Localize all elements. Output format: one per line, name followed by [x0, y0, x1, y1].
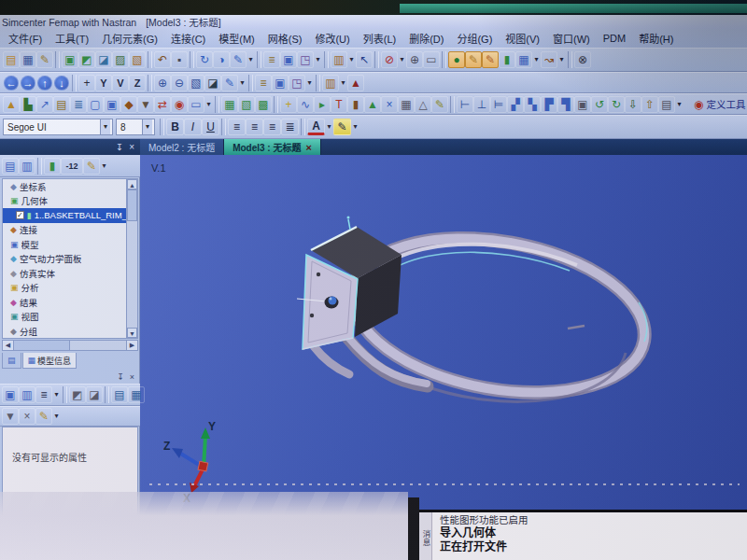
panes-icon[interactable]: ▥ — [331, 51, 347, 68]
menu-view[interactable]: 视图(V) — [499, 29, 546, 48]
tree-item-sim-entities[interactable]: ◆ 仿真实体 — [3, 266, 137, 281]
regen-icon[interactable]: ▤ — [2, 158, 19, 175]
zoom-in-icon[interactable]: ⊕ — [154, 75, 171, 91]
window-icon[interactable]: ▢ — [87, 96, 104, 113]
menu-mesh[interactable]: 网格(S) — [261, 29, 309, 48]
mesh-add-icon[interactable]: ▦ — [221, 96, 238, 113]
find-icon[interactable]: ◉ — [171, 96, 188, 113]
menu-tools[interactable]: 工具(T) — [49, 29, 95, 48]
world-icon[interactable]: ◑ — [213, 51, 230, 68]
database-icon[interactable]: ▮ — [44, 158, 61, 175]
tree-tool-icon[interactable]: ▲ — [364, 96, 381, 113]
mesh-edit-icon[interactable]: ▧ — [238, 96, 255, 113]
view-cube-icon[interactable]: ◳ — [297, 51, 314, 68]
bullet-list-icon[interactable]: ≣ — [281, 119, 299, 135]
menu-model[interactable]: 模型(M) — [212, 29, 261, 48]
toolbar-icon[interactable]: ▾ — [339, 75, 347, 91]
font-color-button[interactable]: A — [307, 119, 325, 135]
tree-item-basketball-rim[interactable]: ✓ ▮ 1..BASKETBALL_RIM_WITHOUTSP — [3, 208, 137, 223]
table-tool-icon[interactable]: ▦ — [398, 96, 415, 113]
zoom-out-icon[interactable]: ⊖ — [171, 75, 188, 91]
workplane-icon[interactable]: ⊕ — [406, 51, 423, 68]
constraint-slide-icon[interactable]: ⊨ — [490, 96, 507, 113]
toolbar-icon[interactable]: ▾ — [305, 75, 314, 91]
font-size-select[interactable]: 8 ▾ — [116, 119, 155, 135]
mesh-draw-icon[interactable]: ▦ — [515, 51, 532, 68]
doc-list-icon[interactable]: ▤ — [658, 96, 675, 113]
globe-cancel-icon[interactable]: ⊗ — [574, 51, 591, 68]
chevron-down-icon[interactable]: ▾ — [325, 119, 333, 135]
brush-icon[interactable]: ✎ — [83, 158, 100, 175]
connector-icon[interactable]: ◆ — [120, 96, 137, 113]
menu-geometry[interactable]: 几何元素(G) — [95, 29, 164, 48]
pin-icon[interactable]: ↧ — [117, 372, 124, 382]
window-new-icon[interactable]: ▣ — [104, 96, 120, 113]
spline-icon[interactable]: ∿ — [297, 96, 314, 113]
menu-group[interactable]: 分组(G) — [450, 29, 499, 48]
swap-icon[interactable]: ⇄ — [154, 96, 171, 113]
toolbar-icon[interactable]: ▾ — [100, 158, 108, 175]
tree-horizontal-scrollbar[interactable]: ◀ ▶ — [2, 340, 138, 351]
copy-info-icon[interactable]: ▣ — [2, 386, 19, 403]
add-view-icon[interactable]: + — [78, 75, 95, 91]
curve-draw-icon[interactable]: ✎ — [465, 51, 482, 68]
scroll-left-icon[interactable]: ◀ — [3, 341, 14, 350]
panel-toggle-icon[interactable]: ▥ — [322, 75, 339, 91]
close-icon[interactable]: × — [129, 142, 134, 152]
prop-grid-icon[interactable]: ▦ — [128, 386, 145, 403]
align-center-icon[interactable]: ≡ — [246, 119, 263, 135]
menu-window[interactable]: 窗口(W) — [546, 29, 597, 48]
undo-icon[interactable]: ↶ — [154, 51, 171, 68]
prev-info-icon[interactable]: ◩ — [69, 386, 86, 403]
digits-icon[interactable]: -12 — [61, 158, 83, 175]
menu-connect[interactable]: 连接(C) — [164, 29, 212, 48]
save-info-icon[interactable]: ▥ — [19, 386, 35, 403]
draw-erase-icon[interactable]: ✎ — [230, 51, 247, 68]
tree-checkbox[interactable]: ✓ — [16, 211, 24, 219]
nav-down-icon[interactable]: ↓ — [54, 76, 69, 91]
toolbox-icon[interactable]: ▼ — [137, 96, 154, 113]
align-left-icon[interactable]: ≡ — [228, 119, 246, 135]
scroll-up-icon[interactable]: ▲ — [127, 179, 137, 189]
menu-delete[interactable]: 删除(D) — [402, 29, 450, 48]
toolbar-icon[interactable]: ▾ — [557, 51, 566, 68]
italic-button[interactable]: I — [184, 119, 202, 135]
report-icon[interactable]: ▤ — [53, 96, 70, 113]
measure-icon[interactable]: △ — [415, 96, 431, 113]
paint-icon[interactable]: ✎ — [431, 96, 448, 113]
beam-icon[interactable]: ▙ — [20, 96, 36, 113]
no-pick-icon[interactable]: ⊘ — [381, 51, 398, 68]
fit-model-icon[interactable]: ◪ — [204, 75, 221, 91]
zoom-window-icon[interactable]: ▧ — [188, 75, 204, 91]
menu-list-icon[interactable]: ≡ — [35, 386, 52, 403]
menu-modify[interactable]: 修改(U) — [308, 29, 356, 48]
win-split-icon[interactable]: ▞ — [507, 96, 524, 113]
menu-file[interactable]: 文件(F) — [2, 29, 49, 48]
tab-close-icon[interactable]: × — [305, 142, 311, 153]
toolbar-icon[interactable]: ▾ — [52, 386, 61, 403]
tab-model3[interactable]: Model3 : 无标题 × — [224, 139, 321, 155]
cycle-ccw-icon[interactable]: ↻ — [608, 96, 625, 113]
mesh-point-icon[interactable]: ▩ — [255, 96, 272, 113]
cube-view-icon[interactable]: ◳ — [289, 75, 305, 91]
constraint-fixed-icon[interactable]: ⊢ — [457, 96, 473, 113]
solid-tool-icon[interactable]: ▮ — [347, 96, 364, 113]
toolbar-icon[interactable]: ▾ — [532, 51, 541, 68]
tab-model2[interactable]: Model2 : 无标题 — [140, 139, 224, 155]
flag-icon[interactable]: ▸ — [314, 96, 331, 113]
chevron-down-icon[interactable]: ▾ — [100, 119, 110, 134]
picture-copy-icon[interactable]: ▧ — [129, 51, 146, 68]
nav-prev-icon[interactable]: ← — [4, 76, 19, 91]
next-info-icon[interactable]: ◪ — [86, 386, 103, 403]
underline-button[interactable]: U — [202, 119, 219, 135]
define-tools-button[interactable]: ◉ 定义工具 — [689, 96, 747, 112]
post-icon[interactable]: ▲ — [3, 96, 20, 113]
clipboard-icon[interactable]: ▭ — [423, 51, 440, 68]
align-right-icon[interactable]: ≡ — [263, 119, 281, 135]
surface-draw-icon[interactable]: ✎ — [482, 51, 499, 68]
toolbar-icon[interactable]: ▾ — [675, 96, 684, 113]
messages-tab[interactable]: 消息 — [419, 512, 432, 560]
copy-icon[interactable]: ▣ — [280, 51, 297, 68]
constraint-pin-icon[interactable]: ⊥ — [473, 96, 490, 113]
picture-save-icon[interactable]: ▨ — [112, 51, 129, 68]
